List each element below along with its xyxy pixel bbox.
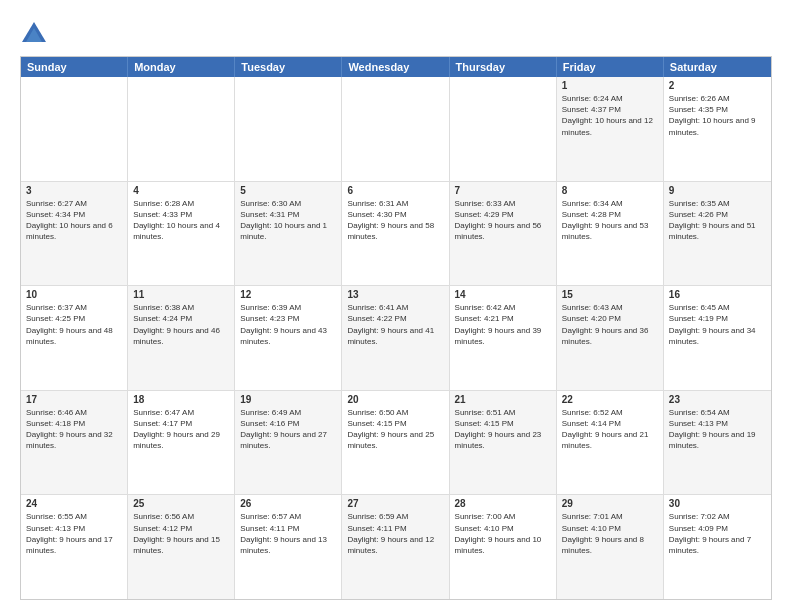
day-number: 24 (26, 498, 122, 509)
cal-cell-13: 13Sunrise: 6:41 AM Sunset: 4:22 PM Dayli… (342, 286, 449, 390)
cell-info: Sunrise: 6:38 AM Sunset: 4:24 PM Dayligh… (133, 302, 229, 347)
header-cell-thursday: Thursday (450, 57, 557, 77)
cal-cell-4: 4Sunrise: 6:28 AM Sunset: 4:33 PM Daylig… (128, 182, 235, 286)
page: SundayMondayTuesdayWednesdayThursdayFrid… (0, 0, 792, 612)
day-number: 18 (133, 394, 229, 405)
calendar-header: SundayMondayTuesdayWednesdayThursdayFrid… (21, 57, 771, 77)
day-number: 3 (26, 185, 122, 196)
cal-cell-empty (128, 77, 235, 181)
cal-cell-7: 7Sunrise: 6:33 AM Sunset: 4:29 PM Daylig… (450, 182, 557, 286)
cell-info: Sunrise: 6:24 AM Sunset: 4:37 PM Dayligh… (562, 93, 658, 138)
cal-cell-15: 15Sunrise: 6:43 AM Sunset: 4:20 PM Dayli… (557, 286, 664, 390)
day-number: 9 (669, 185, 766, 196)
day-number: 16 (669, 289, 766, 300)
cell-info: Sunrise: 6:52 AM Sunset: 4:14 PM Dayligh… (562, 407, 658, 452)
cal-cell-9: 9Sunrise: 6:35 AM Sunset: 4:26 PM Daylig… (664, 182, 771, 286)
day-number: 20 (347, 394, 443, 405)
cal-cell-22: 22Sunrise: 6:52 AM Sunset: 4:14 PM Dayli… (557, 391, 664, 495)
cell-info: Sunrise: 6:26 AM Sunset: 4:35 PM Dayligh… (669, 93, 766, 138)
cal-cell-11: 11Sunrise: 6:38 AM Sunset: 4:24 PM Dayli… (128, 286, 235, 390)
cell-info: Sunrise: 6:46 AM Sunset: 4:18 PM Dayligh… (26, 407, 122, 452)
day-number: 15 (562, 289, 658, 300)
cal-cell-24: 24Sunrise: 6:55 AM Sunset: 4:13 PM Dayli… (21, 495, 128, 599)
day-number: 17 (26, 394, 122, 405)
cal-cell-1: 1Sunrise: 6:24 AM Sunset: 4:37 PM Daylig… (557, 77, 664, 181)
day-number: 21 (455, 394, 551, 405)
cal-cell-25: 25Sunrise: 6:56 AM Sunset: 4:12 PM Dayli… (128, 495, 235, 599)
day-number: 10 (26, 289, 122, 300)
header-cell-tuesday: Tuesday (235, 57, 342, 77)
cell-info: Sunrise: 7:02 AM Sunset: 4:09 PM Dayligh… (669, 511, 766, 556)
cell-info: Sunrise: 6:33 AM Sunset: 4:29 PM Dayligh… (455, 198, 551, 243)
cell-info: Sunrise: 6:37 AM Sunset: 4:25 PM Dayligh… (26, 302, 122, 347)
header-cell-friday: Friday (557, 57, 664, 77)
cal-cell-30: 30Sunrise: 7:02 AM Sunset: 4:09 PM Dayli… (664, 495, 771, 599)
day-number: 6 (347, 185, 443, 196)
cal-row-4: 24Sunrise: 6:55 AM Sunset: 4:13 PM Dayli… (21, 494, 771, 599)
cell-info: Sunrise: 6:30 AM Sunset: 4:31 PM Dayligh… (240, 198, 336, 243)
cal-cell-17: 17Sunrise: 6:46 AM Sunset: 4:18 PM Dayli… (21, 391, 128, 495)
calendar-body: 1Sunrise: 6:24 AM Sunset: 4:37 PM Daylig… (21, 77, 771, 599)
cal-cell-26: 26Sunrise: 6:57 AM Sunset: 4:11 PM Dayli… (235, 495, 342, 599)
cal-cell-empty (450, 77, 557, 181)
header-cell-sunday: Sunday (21, 57, 128, 77)
cal-cell-2: 2Sunrise: 6:26 AM Sunset: 4:35 PM Daylig… (664, 77, 771, 181)
day-number: 23 (669, 394, 766, 405)
day-number: 29 (562, 498, 658, 509)
day-number: 14 (455, 289, 551, 300)
cell-info: Sunrise: 6:45 AM Sunset: 4:19 PM Dayligh… (669, 302, 766, 347)
day-number: 4 (133, 185, 229, 196)
cell-info: Sunrise: 6:43 AM Sunset: 4:20 PM Dayligh… (562, 302, 658, 347)
cell-info: Sunrise: 6:41 AM Sunset: 4:22 PM Dayligh… (347, 302, 443, 347)
cell-info: Sunrise: 6:57 AM Sunset: 4:11 PM Dayligh… (240, 511, 336, 556)
cal-cell-empty (21, 77, 128, 181)
cell-info: Sunrise: 6:47 AM Sunset: 4:17 PM Dayligh… (133, 407, 229, 452)
cal-cell-3: 3Sunrise: 6:27 AM Sunset: 4:34 PM Daylig… (21, 182, 128, 286)
day-number: 8 (562, 185, 658, 196)
cell-info: Sunrise: 6:42 AM Sunset: 4:21 PM Dayligh… (455, 302, 551, 347)
cal-cell-16: 16Sunrise: 6:45 AM Sunset: 4:19 PM Dayli… (664, 286, 771, 390)
day-number: 1 (562, 80, 658, 91)
day-number: 27 (347, 498, 443, 509)
cell-info: Sunrise: 7:00 AM Sunset: 4:10 PM Dayligh… (455, 511, 551, 556)
day-number: 13 (347, 289, 443, 300)
cal-cell-14: 14Sunrise: 6:42 AM Sunset: 4:21 PM Dayli… (450, 286, 557, 390)
cal-cell-20: 20Sunrise: 6:50 AM Sunset: 4:15 PM Dayli… (342, 391, 449, 495)
day-number: 11 (133, 289, 229, 300)
calendar: SundayMondayTuesdayWednesdayThursdayFrid… (20, 56, 772, 600)
header (20, 16, 772, 48)
day-number: 19 (240, 394, 336, 405)
cell-info: Sunrise: 6:50 AM Sunset: 4:15 PM Dayligh… (347, 407, 443, 452)
cal-cell-6: 6Sunrise: 6:31 AM Sunset: 4:30 PM Daylig… (342, 182, 449, 286)
cell-info: Sunrise: 6:31 AM Sunset: 4:30 PM Dayligh… (347, 198, 443, 243)
cal-cell-27: 27Sunrise: 6:59 AM Sunset: 4:11 PM Dayli… (342, 495, 449, 599)
day-number: 30 (669, 498, 766, 509)
cal-cell-empty (235, 77, 342, 181)
cell-info: Sunrise: 6:27 AM Sunset: 4:34 PM Dayligh… (26, 198, 122, 243)
day-number: 7 (455, 185, 551, 196)
cell-info: Sunrise: 6:54 AM Sunset: 4:13 PM Dayligh… (669, 407, 766, 452)
day-number: 2 (669, 80, 766, 91)
cal-cell-21: 21Sunrise: 6:51 AM Sunset: 4:15 PM Dayli… (450, 391, 557, 495)
day-number: 26 (240, 498, 336, 509)
cell-info: Sunrise: 6:55 AM Sunset: 4:13 PM Dayligh… (26, 511, 122, 556)
cal-cell-empty (342, 77, 449, 181)
cell-info: Sunrise: 6:28 AM Sunset: 4:33 PM Dayligh… (133, 198, 229, 243)
day-number: 28 (455, 498, 551, 509)
cell-info: Sunrise: 6:34 AM Sunset: 4:28 PM Dayligh… (562, 198, 658, 243)
cal-cell-18: 18Sunrise: 6:47 AM Sunset: 4:17 PM Dayli… (128, 391, 235, 495)
cal-row-2: 10Sunrise: 6:37 AM Sunset: 4:25 PM Dayli… (21, 285, 771, 390)
header-cell-monday: Monday (128, 57, 235, 77)
cal-cell-28: 28Sunrise: 7:00 AM Sunset: 4:10 PM Dayli… (450, 495, 557, 599)
cal-row-0: 1Sunrise: 6:24 AM Sunset: 4:37 PM Daylig… (21, 77, 771, 181)
cell-info: Sunrise: 7:01 AM Sunset: 4:10 PM Dayligh… (562, 511, 658, 556)
cell-info: Sunrise: 6:56 AM Sunset: 4:12 PM Dayligh… (133, 511, 229, 556)
cell-info: Sunrise: 6:51 AM Sunset: 4:15 PM Dayligh… (455, 407, 551, 452)
cell-info: Sunrise: 6:59 AM Sunset: 4:11 PM Dayligh… (347, 511, 443, 556)
cal-cell-19: 19Sunrise: 6:49 AM Sunset: 4:16 PM Dayli… (235, 391, 342, 495)
header-cell-wednesday: Wednesday (342, 57, 449, 77)
cell-info: Sunrise: 6:39 AM Sunset: 4:23 PM Dayligh… (240, 302, 336, 347)
day-number: 25 (133, 498, 229, 509)
day-number: 12 (240, 289, 336, 300)
cal-row-3: 17Sunrise: 6:46 AM Sunset: 4:18 PM Dayli… (21, 390, 771, 495)
